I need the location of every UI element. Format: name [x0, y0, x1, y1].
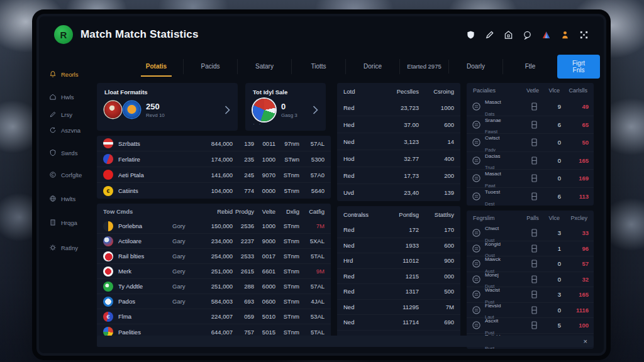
bell-icon: [49, 70, 57, 78]
column-header: Lotd: [343, 88, 372, 95]
table-row[interactable]: Ty Addtle Gary 251,000 288 6000 STnm 57A…: [97, 279, 331, 294]
table-row[interactable]: Uvd23,40139: [337, 184, 460, 201]
club-badge-icon: [103, 221, 113, 231]
left-column: Lloat Formatits 250 Revd 10: [97, 83, 331, 349]
sidebar-item-swrds[interactable]: Swrds: [49, 149, 97, 156]
sidebar-item-hwls[interactable]: Hwls: [49, 93, 97, 101]
favourites-card[interactable]: Lloat Formatits 250 Revd 10: [97, 83, 238, 131]
table-row[interactable]: Red1317500: [337, 284, 460, 300]
cell: 3: [543, 291, 561, 298]
cell: 1215: [372, 273, 419, 280]
sidebar-item-aszvna[interactable]: Aszvna: [49, 126, 97, 134]
cell: 3,123: [372, 138, 419, 145]
coin-icon: [472, 138, 481, 147]
cell: 254,000: [196, 253, 233, 260]
sidebar-item-hrqga[interactable]: Hrqga: [49, 219, 97, 226]
shield-icon[interactable]: [466, 30, 475, 40]
brand-triangle-icon[interactable]: [541, 30, 551, 40]
table-row[interactable]: Aeti Ptala 141,600 245 9070 STnm 57A0: [97, 167, 331, 183]
table-row[interactable]: Red1215000: [337, 269, 460, 285]
table-row[interactable]: € Catiints 104,000 774 0000 5Tnm 5640: [97, 183, 331, 199]
cell: Red: [343, 226, 372, 233]
table-row[interactable]: Red172170: [337, 222, 460, 238]
table-row[interactable]: Red23,7231000: [337, 99, 460, 116]
tab-potatis[interactable]: Potatis: [130, 59, 184, 74]
header-icon-bar: [466, 30, 589, 40]
table-row[interactable]: Actiloare Gary 234,000 2237 9000 STnm 5X…: [97, 234, 331, 249]
player-name: Paelities: [118, 329, 172, 336]
cell: 23,40: [372, 189, 419, 196]
cell: 100: [561, 322, 589, 329]
shield-icon: [49, 149, 57, 156]
player-name: Merk: [118, 268, 172, 275]
table-row[interactable]: Szrbatts 844,000 139 0011 97nm 57AL: [97, 136, 331, 151]
cell: 5010: [254, 313, 275, 320]
coin-icon: [472, 275, 481, 284]
table-row[interactable]: Ferlatire 174,000 235 1000 STwn 5300: [97, 151, 331, 167]
figrt-fnls-button[interactable]: Figrt Fnls: [557, 55, 600, 79]
table-row[interactable]: Hrd11012900: [337, 253, 460, 269]
pie-logo-icon: [253, 99, 275, 121]
tab-doarly[interactable]: Doarly: [449, 59, 503, 74]
table-row[interactable]: Ned112957M: [337, 300, 460, 315]
club-badge-icon: [103, 282, 113, 292]
club-badge-icon: [103, 297, 113, 307]
sidebar-item-lrsy[interactable]: Lrsy: [49, 111, 97, 118]
pen-icon[interactable]: [485, 30, 494, 40]
cell: 57AL: [299, 283, 325, 290]
tab-pacids[interactable]: Pacids: [184, 59, 238, 74]
tab-satary[interactable]: Satary: [238, 59, 292, 74]
table-row[interactable]: Ned3,12314: [337, 133, 460, 150]
sidebar-item-reorls[interactable]: Reorls: [49, 70, 97, 78]
chevron-right-icon[interactable]: [225, 106, 230, 114]
table-row[interactable]: Ned1933600: [337, 238, 460, 254]
close-icon[interactable]: ×: [584, 338, 587, 345]
penalties-table: Pacialies Vetle Vlce Carlslls MasactDats…: [467, 83, 594, 206]
card-icon: [531, 321, 537, 329]
chat-icon[interactable]: [523, 30, 532, 40]
sidebar-item-hwlts[interactable]: Hwlts: [49, 195, 97, 202]
cell: STnm: [275, 313, 299, 320]
card-icon: [531, 244, 537, 253]
cell: 32: [561, 276, 589, 283]
gear-icon: [49, 244, 57, 251]
table-row[interactable]: Rail blties Gary 254,000 2533 0017 STnm …: [97, 249, 331, 264]
card-icon: [531, 229, 537, 237]
card-icon: [531, 290, 537, 299]
cell: 900: [419, 257, 454, 264]
cell: 9070: [254, 172, 275, 178]
table-row[interactable]: Porlebna Gory 150,000 2536 1000 STnm 7M: [97, 219, 331, 234]
tab-dorice[interactable]: Dorice: [346, 59, 400, 74]
cell: 17,73: [372, 172, 419, 179]
column-header: Pacialies: [473, 87, 523, 94]
table-row[interactable]: Red17,73200: [337, 167, 460, 184]
coin-icon: [472, 290, 481, 299]
sidebar-item-ratlny[interactable]: Ratlny: [49, 244, 97, 251]
cell: 400: [419, 155, 454, 162]
tab-tiotts[interactable]: Tiotts: [292, 59, 346, 74]
cell: 7M: [419, 304, 454, 310]
card-subtext: Revd 10: [146, 112, 165, 118]
table-row[interactable]: Hed37.00600: [337, 116, 460, 133]
table-row[interactable]: Pados Gary 584,003 693 0600 STnm 4JAL: [97, 294, 331, 309]
cell: STnm: [275, 298, 299, 305]
cell: 32.77: [372, 155, 419, 162]
table-row[interactable]: TuoestDest 6 113: [467, 188, 594, 206]
card-icon: [531, 121, 537, 129]
user-icon[interactable]: [560, 30, 570, 40]
tab-ftle[interactable]: Ftle: [503, 59, 557, 74]
table-row[interactable]: € Flma 224,007 059 5010 STnm 53AL: [97, 309, 331, 324]
grid-icon[interactable]: [579, 30, 589, 40]
sidebar-item-corfglte[interactable]: Corfglte: [49, 171, 97, 178]
table-row[interactable]: Merk Gery 251,000 2615 6601 STnm 9M: [97, 264, 331, 279]
total-sale-card[interactable]: Tot Idyl Sale 0 Gasg 3 · ·: [245, 83, 326, 131]
table-row[interactable]: Ned11714690: [337, 315, 460, 331]
cell: 6000: [254, 283, 275, 290]
table-row[interactable]: Hod32.77400: [337, 150, 460, 167]
chevron-right-icon[interactable]: [313, 106, 318, 114]
pen-icon: [49, 111, 57, 118]
home-upload-icon[interactable]: [504, 30, 513, 40]
cell: 234,000: [196, 238, 233, 244]
tab-etarted-2975[interactable]: Etarted 2975: [400, 60, 449, 74]
column-header: Pecslles: [372, 88, 419, 95]
